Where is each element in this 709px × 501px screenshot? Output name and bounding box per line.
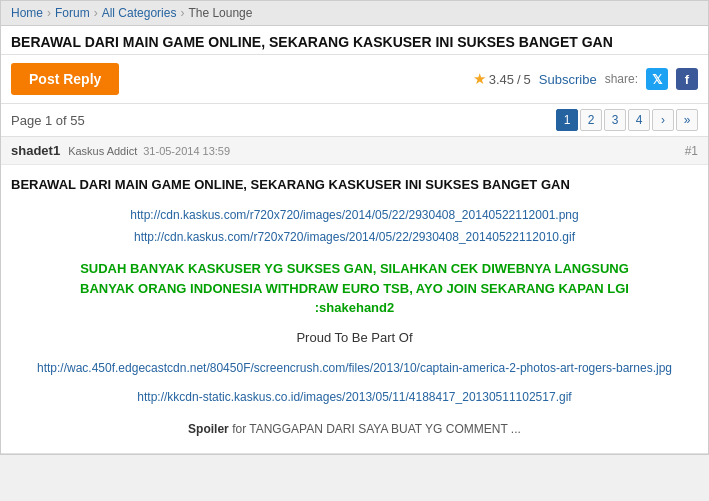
breadcrumb-all-categories[interactable]: All Categories xyxy=(102,6,177,20)
post-gif-link[interactable]: http://kkcdn-static.kaskus.co.id/images/… xyxy=(137,390,571,404)
twitter-icon[interactable]: 𝕏 xyxy=(646,68,668,90)
spoiler-line: Spoiler for TANGGAPAN DARI SAYA BUAT YG … xyxy=(11,420,698,439)
star-icon: ★ xyxy=(473,70,486,88)
toolbar-right: ★ 3.45/5 Subscribe share: 𝕏 f xyxy=(473,68,698,90)
post-date: 31-05-2014 13:59 xyxy=(143,145,230,157)
post-highlight-emote: :shakehand2 xyxy=(315,300,394,315)
rating: ★ 3.45/5 xyxy=(473,70,531,88)
page-2-button[interactable]: 2 xyxy=(580,109,602,131)
thread-title: BERAWAL DARI MAIN GAME ONLINE, SEKARANG … xyxy=(1,26,708,55)
page-4-button[interactable]: 4 xyxy=(628,109,650,131)
page-last-button[interactable]: » xyxy=(676,109,698,131)
breadcrumb-current: The Lounge xyxy=(188,6,252,20)
breadcrumb-sep-1: › xyxy=(47,6,51,20)
post-username: shadet1 xyxy=(11,143,60,158)
pagination-bar: Page 1 of 55 1 2 3 4 › » xyxy=(1,104,708,137)
post-image-link[interactable]: http://wac.450f.edgecastcdn.net/80450F/s… xyxy=(37,361,672,375)
post-rank: Kaskus Addict xyxy=(68,145,137,157)
post-image-link-block: http://wac.450f.edgecastcdn.net/80450F/s… xyxy=(11,358,698,379)
page-3-button[interactable]: 3 xyxy=(604,109,626,131)
share-label: share: xyxy=(605,72,638,86)
page-info: Page 1 of 55 xyxy=(11,113,556,128)
post-subtitle: BERAWAL DARI MAIN GAME ONLINE, SEKARANG … xyxy=(11,175,698,196)
post-link-1[interactable]: http://cdn.kaskus.com/r720x720/images/20… xyxy=(11,206,698,225)
post-link-2[interactable]: http://cdn.kaskus.com/r720x720/images/20… xyxy=(11,228,698,247)
post-container: shadet1 Kaskus Addict 31-05-2014 13:59 #… xyxy=(1,137,708,454)
breadcrumb-sep-3: › xyxy=(180,6,184,20)
spoiler-label: Spoiler xyxy=(188,422,229,436)
spoiler-for-text: for TANGGAPAN DARI SAYA BUAT YG COMMENT … xyxy=(232,422,521,436)
toolbar: Post Reply ★ 3.45/5 Subscribe share: 𝕏 f xyxy=(1,55,708,104)
post-gif-link-block: http://kkcdn-static.kaskus.co.id/images/… xyxy=(11,387,698,408)
page-1-button[interactable]: 1 xyxy=(556,109,578,131)
post-image-links: http://cdn.kaskus.com/r720x720/images/20… xyxy=(11,206,698,247)
rating-value: 3.45 xyxy=(489,72,514,87)
facebook-icon[interactable]: f xyxy=(676,68,698,90)
page-next-button[interactable]: › xyxy=(652,109,674,131)
page-numbers: 1 2 3 4 › » xyxy=(556,109,698,131)
breadcrumb-forum[interactable]: Forum xyxy=(55,6,90,20)
post-reply-button[interactable]: Post Reply xyxy=(11,63,119,95)
breadcrumb-sep-2: › xyxy=(94,6,98,20)
post-header: shadet1 Kaskus Addict 31-05-2014 13:59 #… xyxy=(1,137,708,165)
rating-max: 5 xyxy=(524,72,531,87)
post-highlight-text: SUDAH BANYAK KASKUSER YG SUKSES GAN, SIL… xyxy=(11,259,698,318)
breadcrumb: Home › Forum › All Categories › The Loun… xyxy=(1,1,708,26)
post-body: BERAWAL DARI MAIN GAME ONLINE, SEKARANG … xyxy=(1,165,708,453)
breadcrumb-home[interactable]: Home xyxy=(11,6,43,20)
subscribe-button[interactable]: Subscribe xyxy=(539,72,597,87)
post-number: #1 xyxy=(685,144,698,158)
post-center-text: Proud To Be Part Of xyxy=(11,328,698,349)
